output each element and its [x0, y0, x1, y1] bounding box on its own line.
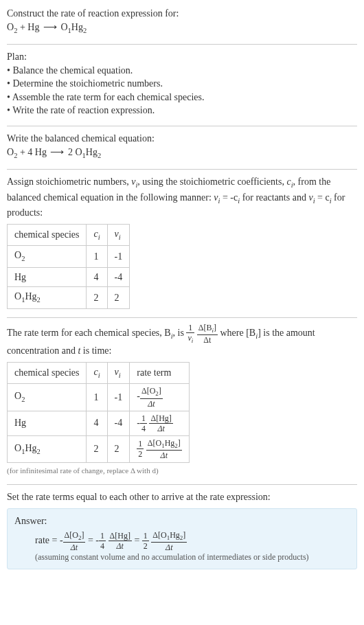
den: Δt: [197, 335, 218, 344]
n: 1: [142, 532, 149, 541]
t: The rate term for each chemical species,…: [7, 328, 171, 338]
i: i: [119, 372, 121, 379]
cell: -1: [107, 246, 130, 267]
table-row: O2 1 -1 -Δ[O2]Δt: [8, 384, 190, 411]
i: i: [98, 233, 100, 240]
rate-table: chemical species ci νi rate term O2 1 -1…: [7, 362, 190, 463]
frac: 14: [140, 414, 147, 433]
eq: =: [132, 535, 142, 545]
table-row: Hg 4 -4: [8, 267, 130, 287]
frac: Δ[Hg]Δt: [109, 532, 132, 550]
plan-section: Plan: • Balance the chemical equation. •…: [7, 50, 357, 120]
t: for reactants and: [240, 192, 308, 203]
plan-title: Plan:: [7, 50, 357, 64]
t: = -c: [220, 192, 238, 203]
cell: -14 Δ[Hg]Δt: [130, 411, 190, 435]
b-prod-o: 2 O: [65, 147, 82, 157]
de: ]: [183, 530, 185, 540]
d: 4: [99, 541, 106, 550]
n: Δ[O1Hg2]: [151, 531, 187, 543]
divider: [7, 44, 357, 45]
balanced-title: Write the balanced chemical equation:: [7, 132, 357, 146]
th-species: chemical species: [8, 224, 87, 245]
dn: Δ[O: [141, 386, 155, 396]
table-row: chemical species ci νi rate term: [8, 362, 190, 383]
th-nu: νi: [107, 224, 130, 245]
s: 2: [37, 296, 41, 304]
o: O: [14, 291, 21, 302]
b-sub2: 2: [98, 151, 101, 159]
cell: 12 Δ[O1Hg2]Δt: [130, 435, 190, 462]
n: Δ[Hg]: [109, 532, 132, 541]
plan-item: • Write the rate of reaction expression.: [7, 104, 357, 117]
d: Δt: [146, 451, 182, 459]
cell: 2: [87, 435, 107, 462]
table-row: chemical species ci νi: [8, 224, 130, 245]
t: where [B: [220, 328, 256, 338]
i: i: [98, 372, 100, 379]
frac: Δ[O2]Δt: [63, 531, 86, 552]
cell: 1: [87, 384, 107, 411]
s: 2: [21, 396, 25, 403]
th-rate: rate term: [130, 362, 190, 383]
header-section: Construct the rate of reaction expressio…: [7, 7, 357, 38]
hg: Hg: [25, 443, 36, 453]
rate-term-section: The rate term for each chemical species,…: [7, 323, 357, 479]
t: , is: [173, 328, 187, 338]
n: 1: [140, 414, 147, 424]
n: Δ[O1Hg2]: [146, 439, 182, 451]
plan-item: • Balance the chemical equation.: [7, 64, 357, 78]
den: νi: [186, 333, 194, 344]
t: is time:: [80, 345, 111, 356]
d: Δt: [149, 424, 172, 433]
n: 1: [99, 532, 106, 541]
de: ]: [159, 386, 161, 396]
cell: 4: [87, 411, 107, 435]
i: i: [119, 233, 121, 240]
dt: Δt: [140, 399, 163, 408]
balanced-equation: O2 + 4 Hg ⟶ 2 O1Hg2: [7, 146, 357, 161]
cell: -Δ[O2]Δt: [130, 384, 190, 411]
table-row: Hg 4 -4 -14 Δ[Hg]Δt: [8, 411, 190, 435]
t: , using the stoichiometric coefficients,: [137, 177, 286, 187]
t: = c: [315, 192, 330, 203]
rate: rate = -: [35, 535, 63, 545]
divider: [7, 126, 357, 126]
b-prod-hg: Hg: [86, 147, 98, 157]
d: Δt: [63, 543, 86, 552]
th-c: ci: [87, 362, 107, 383]
stoich-table: chemical species ci νi O2 1 -1 Hg 4 -4 O…: [7, 224, 130, 309]
dt: Δt: [203, 335, 211, 345]
frac: 12: [142, 532, 149, 550]
rate-term-text: The rate term for each chemical species,…: [7, 323, 357, 358]
table-row: O1Hg2 2 2: [8, 287, 130, 308]
cell: Hg: [8, 411, 87, 435]
hg: Hg: [25, 291, 36, 302]
d: 2: [137, 449, 144, 458]
o: O: [14, 250, 21, 260]
prod-hg: Hg: [71, 22, 83, 32]
answer-note: (assuming constant volume and no accumul…: [14, 552, 350, 563]
d: 4: [140, 424, 147, 433]
cell: Hg: [8, 267, 87, 287]
n: Δ[O2]: [63, 531, 86, 543]
o: O: [14, 443, 21, 453]
cell: 2: [87, 287, 107, 308]
s: 2: [21, 255, 25, 262]
cell: 1: [87, 246, 107, 267]
input-equation: O2 + Hg ⟶ O1Hg2: [7, 21, 357, 36]
num: Δ[Bi]: [197, 323, 218, 335]
de: ]: [178, 438, 181, 448]
divider: [7, 317, 357, 318]
s: 2: [37, 447, 41, 455]
frac: Δ[Hg]Δt: [149, 414, 172, 433]
o: O: [14, 391, 21, 401]
divider: [7, 169, 357, 170]
db: Δ[B: [198, 323, 212, 332]
cell: O1Hg2: [8, 287, 87, 308]
d: Δt: [109, 541, 132, 550]
frac: Δ[O1Hg2]Δt: [146, 439, 182, 459]
frac: 14: [99, 532, 106, 550]
dn: Δ[O: [152, 530, 166, 540]
arrow-icon: ⟶: [49, 147, 65, 157]
